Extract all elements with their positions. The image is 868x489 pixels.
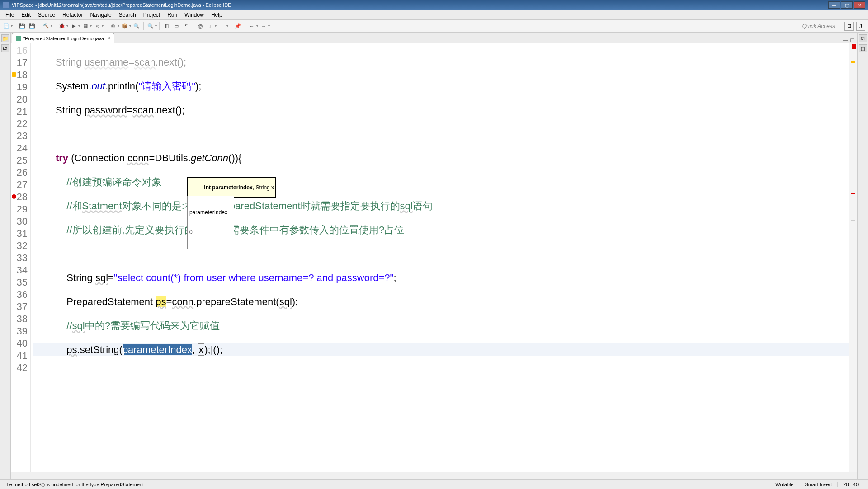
line-number: 21 — [11, 105, 30, 118]
outline-icon[interactable]: ◫ — [859, 44, 867, 52]
right-trim: ☑ ◫ — [857, 33, 868, 479]
toggle-block-icon[interactable]: ▭ — [172, 22, 181, 31]
line-number: 35 — [11, 276, 30, 288]
menu-run[interactable]: Run — [164, 11, 181, 19]
line-number: 34 — [11, 264, 30, 276]
line-number: 38 — [11, 313, 30, 325]
open-perspective-icon[interactable]: ⊞ — [844, 22, 854, 31]
navigator-icon[interactable]: 🗂 — [1, 44, 9, 52]
menu-refactor[interactable]: Refactor — [59, 11, 86, 19]
task-list-icon[interactable]: ☑ — [859, 34, 867, 42]
line-number: 30 — [11, 215, 30, 227]
close-button[interactable]: ✕ — [854, 1, 865, 9]
quick-access[interactable]: Quick Access — [802, 23, 839, 29]
menu-search[interactable]: Search — [115, 11, 140, 19]
show-whitespace-icon[interactable]: ¶ — [182, 22, 191, 31]
line-gutter: 1617181920212223242526272829303132333435… — [11, 43, 31, 472]
new-package-icon[interactable]: 📦 — [120, 22, 129, 31]
maximize-view-icon[interactable]: ▢ — [850, 37, 854, 43]
line-number: 33 — [11, 252, 30, 264]
line-number: 41 — [11, 349, 30, 362]
status-message: The method setS() is undefined for the t… — [4, 482, 144, 487]
back-icon[interactable]: ← — [247, 22, 256, 31]
package-explorer-icon[interactable]: 📁 — [1, 34, 9, 42]
line-number: 24 — [11, 142, 30, 154]
code-content[interactable]: String username=scan.next(); System.out.… — [31, 43, 849, 472]
tab-close-icon[interactable]: × — [106, 36, 110, 41]
popup-item[interactable]: 0 — [188, 229, 234, 236]
line-number: 23 — [11, 130, 30, 142]
tooltip-rest: , String x — [253, 184, 274, 191]
parameter-hint-tooltip: int parameterIndex, String x — [187, 177, 276, 198]
line-number: 31 — [11, 227, 30, 240]
app-icon — [3, 2, 9, 8]
status-writable: Writable — [770, 482, 799, 487]
new-icon[interactable]: 📄 — [2, 22, 11, 31]
menu-help[interactable]: Help — [208, 11, 226, 19]
menu-navigate[interactable]: Navigate — [86, 11, 115, 19]
line-number: 36 — [11, 288, 30, 301]
menu-edit[interactable]: Edit — [18, 11, 34, 19]
menu-project[interactable]: Project — [140, 11, 164, 19]
overview-ruler[interactable] — [849, 43, 857, 472]
coverage-icon[interactable]: ▦ — [81, 22, 90, 31]
toggle-mark-icon[interactable]: ◧ — [162, 22, 171, 31]
annotation-icon[interactable]: @ — [196, 22, 205, 31]
work-area: 📁 🗂 *PreparedStatementLoginDemo.java × —… — [0, 33, 868, 479]
forward-icon[interactable]: → — [259, 22, 268, 31]
editor-tab[interactable]: *PreparedStatementLoginDemo.java × — [12, 33, 114, 43]
overview-occurrence-mark[interactable] — [851, 220, 855, 221]
autocomplete-popup[interactable]: parameterIndex 0 — [187, 196, 234, 249]
line-number: 32 — [11, 240, 30, 252]
minimize-button[interactable]: — — [828, 1, 840, 9]
line-number: 29 — [11, 203, 30, 215]
line-number: 42 — [11, 362, 30, 374]
tab-title: *PreparedStatementLoginDemo.java — [23, 36, 104, 41]
popup-item[interactable]: parameterIndex — [188, 209, 234, 216]
java-perspective-icon[interactable]: J — [856, 22, 865, 31]
line-number: 39 — [11, 325, 30, 337]
tab-toolbar: — ▢ — [843, 37, 857, 43]
overview-error-mark[interactable] — [851, 193, 855, 194]
line-number: 20 — [11, 93, 30, 105]
status-cursor-pos: 28 : 40 — [838, 482, 864, 487]
horizontal-scrollbar[interactable] — [11, 472, 857, 479]
pin-icon[interactable]: 📌 — [233, 22, 242, 31]
minimize-view-icon[interactable]: — — [843, 37, 848, 43]
java-file-icon — [16, 36, 21, 41]
save-all-icon[interactable]: 💾 — [28, 22, 37, 31]
tooltip-bold: int parameterIndex — [204, 184, 252, 191]
external-icon[interactable]: ⎋ — [93, 22, 102, 31]
line-number: 27 — [11, 179, 30, 191]
window-title: VIPSpace - jdbcUnit12/src/main/java/cn/t… — [12, 2, 231, 8]
next-annotation-icon[interactable]: ↓ — [206, 22, 215, 31]
editor-tabs: *PreparedStatementLoginDemo.java × — ▢ — [11, 33, 857, 43]
build-icon[interactable]: 🔨 — [42, 22, 51, 31]
debug-icon[interactable]: 🐞 — [57, 22, 66, 31]
overview-error-icon — [852, 44, 856, 49]
menu-window[interactable]: Window — [181, 11, 208, 19]
line-number: 18 — [11, 69, 30, 81]
menu-source[interactable]: Source — [34, 11, 59, 19]
code-editor[interactable]: 1617181920212223242526272829303132333435… — [11, 43, 857, 472]
line-number: 40 — [11, 337, 30, 349]
save-icon[interactable]: 💾 — [18, 22, 27, 31]
line-number: 19 — [11, 81, 30, 93]
overview-warning-mark[interactable] — [851, 61, 855, 63]
selected-param: parameterIndex — [123, 344, 192, 355]
prev-annotation-icon[interactable]: ↑ — [217, 22, 226, 31]
toolbar: 📄▾ 💾 💾 🔨▾ 🐞▾ ▶▾ ▦▾ ⎋▾ ©▾ 📦▾ 🔍 🔍▾ ◧ ▭ ¶ @… — [0, 20, 868, 33]
line-number: 16 — [11, 44, 30, 56]
maximize-button[interactable]: ▢ — [841, 1, 853, 9]
line-number: 28 — [11, 191, 30, 203]
run-icon[interactable]: ▶ — [69, 22, 78, 31]
new-class-icon[interactable]: © — [108, 22, 118, 31]
line-number: 37 — [11, 301, 30, 313]
window-controls: — ▢ ✕ — [828, 1, 865, 9]
open-type-icon[interactable]: 🔍 — [132, 22, 141, 31]
menu-file[interactable]: File — [2, 11, 18, 19]
search-icon[interactable]: 🔍 — [146, 22, 155, 31]
left-trim: 📁 🗂 — [0, 33, 11, 479]
status-bar: The method setS() is undefined for the t… — [0, 479, 868, 489]
status-insert-mode: Smart Insert — [799, 482, 838, 487]
